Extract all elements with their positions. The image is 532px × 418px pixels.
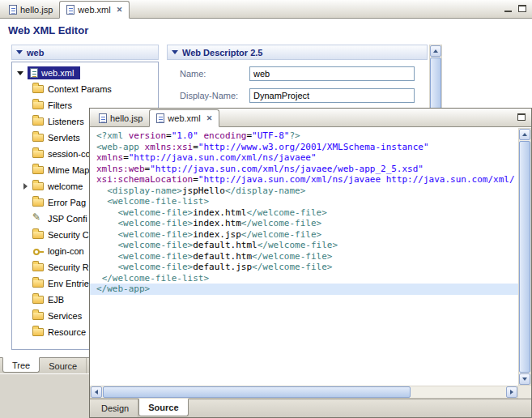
code-token: </welcome-file> xyxy=(241,229,321,240)
code-token: xmlns xyxy=(96,152,123,163)
jsp-file-icon xyxy=(99,113,107,123)
tab-label: Source xyxy=(49,361,77,371)
xml-file-icon xyxy=(156,113,164,123)
folder-icon xyxy=(32,296,44,304)
web-section-header[interactable]: web xyxy=(11,45,159,60)
code-token: jspHello xyxy=(182,186,225,196)
section-title: Web Descriptor 2.5 xyxy=(182,48,262,58)
folder-icon xyxy=(32,263,44,271)
section-collapse-icon[interactable] xyxy=(16,50,23,54)
code-line[interactable]: <welcome-file-list> xyxy=(90,196,518,207)
close-icon[interactable]: ✕ xyxy=(206,114,213,122)
tab-hello-jsp-fg[interactable]: hello.jsp xyxy=(92,110,149,126)
code-token: default.htm xyxy=(193,251,252,262)
code-line[interactable]: xmlns="http://java.sun.com/xml/ns/javaee… xyxy=(90,152,518,164)
close-icon[interactable]: ✕ xyxy=(117,6,123,14)
scroll-up-button[interactable] xyxy=(519,129,530,140)
tree-item-label: web.xml xyxy=(41,68,74,78)
code-token: "UTF-8" xyxy=(252,130,289,141)
tree-item[interactable]: Context Params xyxy=(12,81,158,97)
tree-selection: web.xml xyxy=(28,66,80,79)
scroll-down-button[interactable] xyxy=(519,373,530,385)
code-token: </welcome-file> xyxy=(257,240,338,250)
code-line[interactable]: <welcome-file>default.html</welcome-file… xyxy=(90,240,518,251)
code-line[interactable]: <web-app xmlns:xsi="http://www.w3.org/20… xyxy=(90,142,518,153)
scroll-thumb[interactable] xyxy=(103,386,411,398)
key-icon xyxy=(32,246,44,256)
code-token: <welcome-file-list> xyxy=(107,196,209,207)
descriptor-fields: Name: Display-Name: xyxy=(167,60,428,103)
code-line[interactable]: xsi:schemaLocation="http://java.sun.com/… xyxy=(90,174,518,186)
tab-label: hello.jsp xyxy=(110,113,143,123)
code-token: </welcome-file> xyxy=(252,262,332,272)
pencil-icon xyxy=(32,214,44,224)
code-token: default.jsp xyxy=(193,262,252,272)
descriptor-section-header[interactable]: Web Descriptor 2.5 xyxy=(167,45,428,60)
restore-icon[interactable] xyxy=(517,113,526,121)
code-token: </welcome-file> xyxy=(241,218,321,228)
xml-source-editor[interactable]: <?xml version="1.0" encoding="UTF-8"?><w… xyxy=(90,128,518,386)
code-token: <welcome-file> xyxy=(118,218,194,228)
tab-tree[interactable]: Tree xyxy=(2,357,40,373)
tree-item-label: welcome xyxy=(48,181,83,191)
scroll-thumb[interactable] xyxy=(519,141,530,373)
code-token: index.htm xyxy=(193,218,241,228)
scroll-up-button[interactable] xyxy=(430,45,441,57)
code-token: "http://java.sun.com/xml/ns/javaee http:… xyxy=(198,174,515,185)
tree-item-label: JSP Confi xyxy=(48,214,87,224)
code-token: encoding xyxy=(203,130,246,141)
tab-design[interactable]: Design xyxy=(92,399,138,417)
code-line[interactable]: <?xml version="1.0" encoding="UTF-8"?> xyxy=(90,130,518,142)
code-token xyxy=(96,251,118,262)
tree-item-label: Security R xyxy=(48,262,89,272)
maximize-icon[interactable] xyxy=(518,5,526,12)
tab-source-bg[interactable]: Source xyxy=(40,358,87,373)
tree-item-web-xml[interactable]: web.xml xyxy=(12,65,158,81)
expanded-twistie-icon[interactable] xyxy=(17,71,23,75)
code-line[interactable]: </welcome-file-list> xyxy=(90,273,518,284)
tab-web-xml-fg[interactable]: web.xml ✕ xyxy=(149,109,219,127)
editor-horizontal-scrollbar[interactable] xyxy=(90,386,518,399)
code-line[interactable]: <welcome-file>index.jsp</welcome-file> xyxy=(90,229,518,241)
page-title: Web XML Editor xyxy=(8,24,88,36)
code-token: </welcome-file> xyxy=(252,251,332,262)
code-line[interactable]: <welcome-file>default.jsp</welcome-file> xyxy=(90,262,518,273)
screen: hello.jsp web.xml ✕ Web XML Editor web xyxy=(0,0,532,418)
tab-source-fg[interactable]: Source xyxy=(138,399,188,416)
collapsed-twistie-icon[interactable] xyxy=(23,183,28,190)
code-token: = xyxy=(166,130,172,141)
arrow-up-icon xyxy=(522,133,527,136)
arrow-down-icon xyxy=(522,377,527,381)
code-line-current[interactable]: </web-app> xyxy=(90,284,518,295)
scroll-right-button[interactable] xyxy=(506,386,517,398)
tab-web-xml[interactable]: web.xml ✕ xyxy=(59,1,130,19)
folder-icon xyxy=(32,279,44,288)
folder-icon xyxy=(32,117,44,126)
code-line[interactable]: xmlns:web="http://java.sun.com/xml/ns/ja… xyxy=(90,164,518,175)
code-line[interactable]: <welcome-file>default.htm</welcome-file> xyxy=(90,251,518,262)
display-name-input[interactable] xyxy=(249,88,415,103)
editor-vertical-scrollbar[interactable] xyxy=(518,128,531,386)
folder-icon xyxy=(32,328,44,336)
code-line[interactable]: <display-name>jspHello</display-name> xyxy=(90,186,518,197)
scroll-left-button[interactable] xyxy=(91,386,102,398)
code-token: </welcome-file-list> xyxy=(102,273,209,284)
jsp-file-icon xyxy=(9,5,17,15)
folder-icon xyxy=(32,312,44,320)
code-token: version xyxy=(129,130,166,141)
xml-doc-icon xyxy=(30,68,38,78)
code-token: <web-app xyxy=(96,142,145,152)
code-token: "http://www.w3.org/2001/XMLSchema-instan… xyxy=(198,142,429,152)
section-collapse-icon[interactable] xyxy=(172,50,178,54)
name-input[interactable] xyxy=(249,66,415,81)
code-token: <welcome-file> xyxy=(118,229,194,240)
name-field-row: Name: xyxy=(167,66,428,81)
code-token: xsi:schemaLocation xyxy=(96,174,193,185)
tree-item-label: Context Params xyxy=(48,84,112,94)
display-name-field-row: Display-Name: xyxy=(167,88,428,103)
code-token: index.html xyxy=(193,207,246,218)
minimize-icon[interactable] xyxy=(504,5,512,12)
code-line[interactable]: <welcome-file>index.html</welcome-file> xyxy=(90,207,518,219)
tab-hello-jsp[interactable]: hello.jsp xyxy=(2,2,59,18)
code-line[interactable]: <welcome-file>index.htm</welcome-file> xyxy=(90,218,518,229)
